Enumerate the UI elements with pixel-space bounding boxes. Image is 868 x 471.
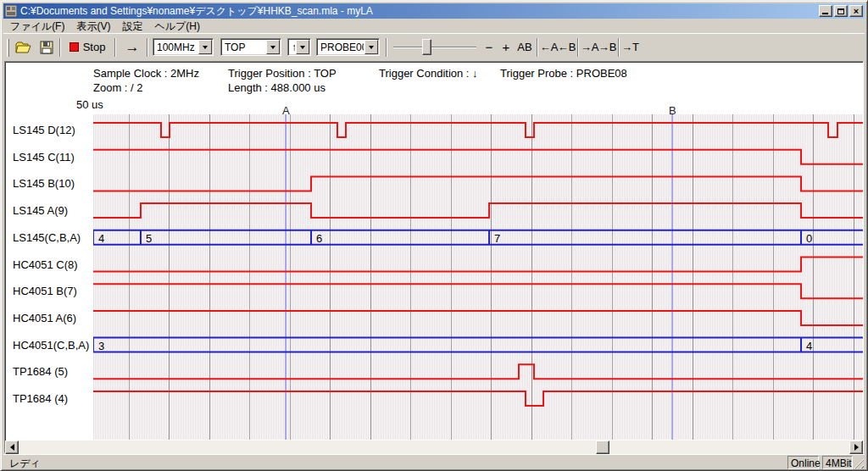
chevron-down-icon <box>203 46 208 49</box>
title-bar[interactable]: C:¥Documents and Settings¥noname¥デスクトップ¥… <box>3 3 865 19</box>
set-marker-a-button[interactable]: ←A <box>540 37 558 57</box>
signal-trace <box>93 203 863 218</box>
trigger-edge-combo[interactable]: ↑ <box>287 38 311 56</box>
app-window: C:¥Documents and Settings¥noname¥デスクトップ¥… <box>0 0 868 471</box>
trigger-position-combo[interactable]: TOP <box>220 38 281 56</box>
signal-trace <box>93 284 863 298</box>
length-readout: Length : 488.000 us <box>228 81 326 94</box>
scroll-right-button[interactable] <box>849 441 863 454</box>
toolbar-separator <box>59 38 61 57</box>
goto-marker-b-button[interactable]: →B <box>598 37 616 57</box>
sample-clock-combo[interactable]: 100MHz <box>153 38 214 56</box>
status-bar: レディ Online 4MBit <box>3 454 865 469</box>
resize-grip[interactable] <box>853 457 864 468</box>
menu-help[interactable]: ヘルプ(H) <box>148 19 206 35</box>
arrow-right-icon <box>854 444 859 451</box>
open-folder-icon <box>15 41 32 54</box>
time-scale-label: 50 us <box>76 98 103 111</box>
toolbar-separator <box>618 38 620 57</box>
waveform-plot[interactable]: 4567034 <box>93 114 863 440</box>
online-status-badge: Online <box>787 456 819 469</box>
trigger-probe-combo[interactable]: PROBE00 <box>316 38 380 56</box>
dropdown-button[interactable] <box>296 40 309 54</box>
channel-label[interactable]: HC4051 B(7) <box>13 285 77 297</box>
chevron-down-icon <box>369 46 374 49</box>
bus-value-label: 6 <box>316 232 322 245</box>
bus-value-label: 3 <box>98 340 104 352</box>
trigger-position-readout: Trigger Position : TOP <box>228 67 337 80</box>
bus-value-label: 4 <box>806 340 812 352</box>
channel-label[interactable]: LS145 D(12) <box>13 124 75 136</box>
ab-span-button[interactable]: AB <box>515 37 535 57</box>
close-button[interactable]: × <box>849 5 863 17</box>
save-floppy-icon <box>40 41 53 54</box>
channel-label[interactable]: LS145 A(9) <box>13 204 68 217</box>
slider-thumb[interactable] <box>422 39 431 55</box>
signal-trace <box>93 391 863 406</box>
goto-trigger-button[interactable]: →T <box>621 37 639 57</box>
minimize-button[interactable] <box>819 5 832 17</box>
channel-label[interactable]: HC4051 C(8) <box>13 258 78 271</box>
window-title: C:¥Documents and Settings¥noname¥デスクトップ¥… <box>20 4 817 19</box>
channel-label[interactable]: TP1684 (4) <box>13 392 68 405</box>
maximize-button[interactable] <box>834 5 848 17</box>
toolbar-separator <box>114 38 116 57</box>
dropdown-button[interactable] <box>364 40 378 54</box>
horizontal-scrollbar[interactable] <box>5 441 863 454</box>
scroll-left-button[interactable] <box>5 441 19 454</box>
menu-file[interactable]: ファイル(F) <box>4 19 70 35</box>
dropdown-button[interactable] <box>198 40 212 54</box>
toolbar: Stop → 100MHz TOP ↑ PROBE00 − + <box>3 33 865 61</box>
bus-value-label: 4 <box>98 232 104 245</box>
signal-trace <box>93 364 863 379</box>
zoom-readout: Zoom : / 2 <box>93 81 143 94</box>
channel-label[interactable]: LS145 B(10) <box>13 177 75 190</box>
signal-trace <box>93 258 863 272</box>
run-button[interactable]: → <box>120 37 144 57</box>
toolbar-gripper[interactable] <box>7 39 9 57</box>
bus-value-label: 7 <box>494 232 500 245</box>
channel-label[interactable]: LS145 C(11) <box>13 151 75 163</box>
chevron-down-icon <box>300 46 305 49</box>
menu-settings[interactable]: 設定 <box>116 19 148 35</box>
save-button[interactable] <box>36 37 58 57</box>
signal-trace <box>93 176 863 191</box>
waveform-client-area: Sample Clock : 2MHz Trigger Position : T… <box>4 61 864 453</box>
zoom-slider[interactable] <box>393 38 476 57</box>
open-button[interactable] <box>13 37 35 57</box>
memory-size-badge: 4MBit <box>822 456 853 469</box>
channel-label[interactable]: HC4051 A(6) <box>13 312 76 324</box>
sample-clock-readout: Sample Clock : 2MHz <box>93 67 199 80</box>
marker-label[interactable]: A <box>282 104 290 117</box>
bus-value-label: 5 <box>146 232 152 245</box>
signal-trace <box>93 150 863 164</box>
zoom-out-button[interactable]: − <box>481 37 497 57</box>
zoom-in-button[interactable]: + <box>498 37 514 57</box>
toolbar-separator <box>147 38 148 57</box>
trigger-condition-readout: Trigger Condition : ↓ <box>379 67 478 80</box>
status-message: レディ <box>9 457 41 471</box>
waveform-svg: 4567034 <box>93 114 863 440</box>
signal-trace <box>93 123 863 137</box>
channel-label[interactable]: HC4051(C,B,A) <box>13 339 89 352</box>
toolbar-separator <box>386 38 387 57</box>
bus-value-label: 0 <box>806 232 812 245</box>
dropdown-button[interactable] <box>266 40 280 54</box>
run-arrow-icon: → <box>125 39 140 56</box>
slider-track <box>393 47 476 48</box>
menu-view[interactable]: 表示(V) <box>70 19 116 35</box>
channel-label[interactable]: LS145(C,B,A) <box>13 231 81 244</box>
goto-marker-a-button[interactable]: →A <box>581 37 598 57</box>
set-marker-b-button[interactable]: ←B <box>558 37 576 57</box>
menu-bar: ファイル(F) 表示(V) 設定 ヘルプ(H) <box>3 19 865 33</box>
marker-label[interactable]: B <box>669 104 676 117</box>
toolbar-separator <box>577 38 579 57</box>
arrow-left-icon <box>10 444 14 451</box>
stop-button[interactable]: Stop <box>64 37 110 57</box>
channel-label[interactable]: TP1684 (5) <box>13 365 68 378</box>
chevron-down-icon <box>270 46 275 49</box>
scrollbar-thumb[interactable] <box>596 441 609 454</box>
app-icon <box>5 5 17 17</box>
stop-icon <box>70 42 79 52</box>
toolbar-separator <box>537 38 538 57</box>
